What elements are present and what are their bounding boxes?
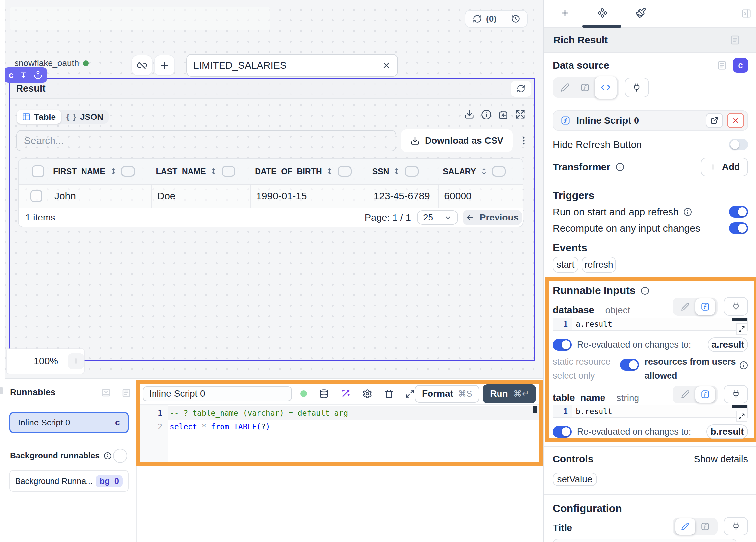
format-button[interactable]: Format ⌘S — [415, 385, 479, 403]
result-header: Result — [10, 79, 534, 99]
download-csv-button[interactable]: Download as CSV — [401, 129, 513, 152]
event-start-chip[interactable]: start — [553, 257, 578, 273]
title-field-input[interactable] — [553, 539, 737, 542]
event-refresh-chip[interactable]: refresh — [582, 257, 616, 273]
table-menu-button[interactable] — [519, 136, 529, 146]
rich-result-component[interactable]: Result Table { } JSON — [9, 78, 535, 361]
row-checkbox[interactable] — [30, 190, 42, 202]
unlink-button[interactable] — [131, 55, 153, 76]
reeval-toggle[interactable] — [553, 426, 572, 438]
refresh-all-button[interactable]: (0) — [465, 11, 504, 27]
column-filter-toggle[interactable] — [222, 166, 235, 177]
static-mode-button[interactable] — [555, 79, 575, 96]
static-mode-button[interactable] — [675, 386, 695, 403]
function-mode-button[interactable] — [695, 298, 715, 315]
connect-mode-button[interactable] — [625, 78, 649, 97]
function-mode-button[interactable] — [695, 518, 715, 535]
tab-json[interactable]: { } JSON — [61, 110, 109, 124]
column-filter-toggle[interactable] — [405, 166, 419, 177]
anchor-icon[interactable] — [34, 71, 42, 79]
sort-icon[interactable] — [326, 167, 334, 176]
result-refresh-button[interactable] — [511, 81, 531, 97]
resource-source-toggle[interactable] — [620, 359, 639, 371]
tab-json-label: JSON — [80, 112, 103, 122]
recompute-toggle[interactable] — [729, 222, 748, 234]
reeval-ref-badge[interactable]: b.result — [706, 424, 748, 439]
database-resource-button[interactable] — [319, 389, 329, 399]
zoom-out-button[interactable] — [7, 357, 26, 365]
expand-down-icon[interactable] — [19, 71, 28, 79]
expand-expression-button[interactable] — [736, 323, 747, 335]
expand-result-button[interactable] — [515, 109, 525, 120]
static-mode-button[interactable] — [675, 518, 695, 535]
doc-icon[interactable] — [717, 60, 727, 70]
braces-icon: { } — [66, 112, 77, 121]
expression-editor-table-name[interactable]: 1 b.result — [553, 405, 748, 418]
expand-expression-button[interactable] — [736, 411, 747, 422]
background-runnable-item[interactable]: Background Runna... bg_0 — [9, 470, 129, 492]
run-button[interactable]: Run ⌘↵ — [483, 384, 536, 403]
connect-mode-button[interactable] — [724, 297, 748, 316]
reeval-toggle[interactable] — [553, 339, 572, 351]
reeval-ref-badge[interactable]: a.result — [708, 337, 748, 352]
add-column-button[interactable] — [154, 55, 175, 76]
select-all-checkbox[interactable] — [32, 165, 44, 177]
previous-page-button[interactable]: Previous — [463, 210, 522, 225]
connect-mode-button[interactable] — [724, 385, 748, 403]
tab-insert[interactable] — [560, 8, 570, 18]
sort-icon[interactable] — [480, 167, 488, 176]
show-details-link[interactable]: Show details — [694, 454, 748, 465]
page-size-select[interactable]: 25 — [417, 210, 458, 225]
static-mode-button[interactable] — [675, 298, 695, 315]
doc-icon[interactable] — [730, 35, 740, 45]
code-mode-button[interactable] — [595, 76, 617, 99]
database-icon — [319, 389, 329, 399]
delete-script-button[interactable] — [384, 389, 394, 399]
hide-refresh-toggle[interactable] — [729, 139, 748, 150]
history-button[interactable] — [504, 11, 527, 27]
copy-result-button[interactable] — [498, 109, 509, 120]
detach-script-button[interactable] — [727, 113, 744, 128]
expand-editor-button[interactable] — [405, 389, 415, 398]
info-icon — [616, 163, 624, 171]
collapse-panel-button[interactable] — [741, 9, 751, 18]
sort-icon[interactable] — [210, 167, 218, 176]
app-canvas[interactable]: (0) snowflake_oauth — [5, 0, 543, 379]
ai-assistant-button[interactable] — [341, 389, 351, 399]
runnable-item-inline-script-0[interactable]: Inline Script 0 c — [9, 412, 129, 433]
column-filter-toggle[interactable] — [121, 166, 135, 177]
script-settings-button[interactable] — [362, 389, 372, 399]
component-header: Rich Result — [544, 28, 756, 53]
sort-icon[interactable] — [393, 167, 401, 176]
clear-input-button[interactable] — [382, 61, 391, 70]
script-name-input[interactable] — [143, 386, 292, 401]
table-row[interactable]: John Doe 1990-01-15 123-45-6789 60000 — [19, 185, 523, 208]
table-cell: John — [49, 185, 152, 208]
panel-collapse-icon[interactable] — [101, 388, 111, 398]
search-input[interactable] — [16, 130, 396, 151]
tab-settings[interactable] — [597, 7, 608, 18]
result-info-button[interactable] — [481, 109, 492, 120]
add-transformer-button[interactable]: Add — [701, 158, 748, 176]
zoom-in-button[interactable] — [68, 353, 84, 369]
connect-mode-button[interactable] — [724, 517, 748, 535]
editor-scrollbar[interactable] — [533, 406, 537, 413]
column-filter-toggle[interactable] — [338, 166, 352, 177]
doc-icon[interactable] — [121, 388, 131, 398]
tab-table[interactable]: Table — [17, 110, 61, 124]
open-script-button[interactable] — [706, 113, 723, 128]
download-result-button[interactable] — [464, 109, 474, 120]
setvalue-chip[interactable]: setValue — [553, 473, 597, 486]
column-filter-toggle[interactable] — [492, 166, 506, 177]
expression-editor-database[interactable]: 1 a.result — [553, 318, 748, 331]
code-editor[interactable]: 1 -- ? table_name (varchar) = default ar… — [140, 405, 539, 462]
function-mode-button[interactable] — [695, 386, 715, 403]
topbar-component[interactable] — [10, 7, 270, 30]
tab-styling[interactable] — [635, 7, 646, 18]
function-mode-button[interactable] — [575, 79, 595, 96]
run-on-start-toggle[interactable] — [729, 206, 748, 218]
add-background-runnable-button[interactable] — [113, 449, 127, 463]
settings-panel: Rich Result Data source c Inline Script … — [543, 0, 756, 542]
table-name-input[interactable] — [193, 60, 382, 71]
sort-icon[interactable] — [109, 167, 117, 176]
